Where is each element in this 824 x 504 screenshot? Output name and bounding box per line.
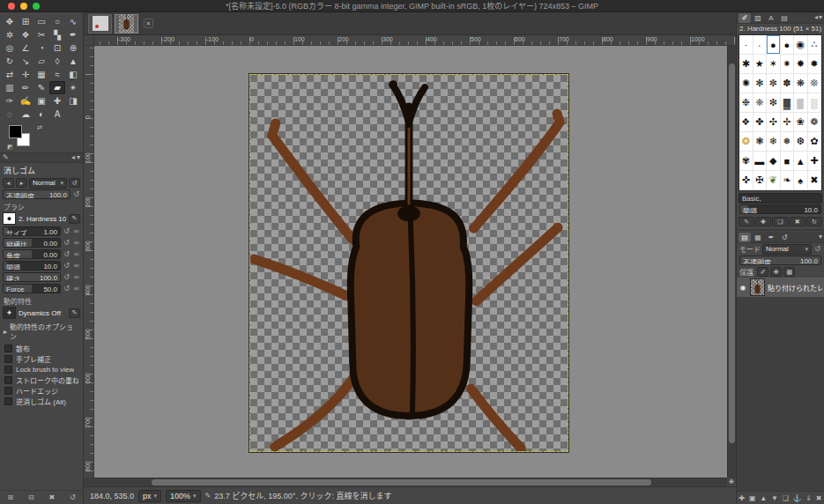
tool-select-by-color[interactable]: ❖ (18, 28, 33, 41)
tool-align[interactable]: ⊞ (18, 15, 33, 28)
tab-document-history[interactable]: ▤ (778, 13, 791, 23)
delete-layer-button[interactable]: ✖ (816, 494, 822, 502)
opacity-reset-icon[interactable]: ↺ (72, 190, 80, 198)
dynamics-preview[interactable]: ✦ (3, 307, 16, 319)
save-options-icon[interactable]: ⊞ (7, 493, 13, 501)
option-slider[interactable]: 角度 0.00 (3, 249, 61, 259)
brush-cell[interactable]: ✷ (781, 55, 795, 74)
tool-options-tab-icon[interactable]: ✎ (3, 154, 9, 161)
tab-paths[interactable]: ✒ (765, 233, 777, 242)
brush-cell[interactable]: ✹ (808, 55, 822, 74)
tool-option-checkbox[interactable]: ハードエッジ (0, 385, 83, 396)
chain-icon[interactable]: ∞ (72, 273, 80, 281)
layer-opacity-slider[interactable]: 不透明度 100.0 (739, 256, 821, 265)
brush-cell[interactable]: ✸ (794, 55, 808, 74)
lock-position-icon[interactable]: ✥ (770, 267, 782, 277)
close-window-button[interactable] (8, 3, 15, 10)
brush-cell[interactable]: ✚ (808, 152, 822, 171)
unit-select[interactable]: px ▾ (138, 490, 161, 502)
vertical-ruler[interactable]: 0100200300400500600700800 (84, 46, 94, 478)
navigation-preview-icon[interactable]: ✥ (727, 478, 736, 486)
chain-icon[interactable]: ∞ (72, 227, 80, 235)
layer-mode-select[interactable]: Normal ▾ (762, 244, 812, 255)
tool-mypaint-brush[interactable]: ✍ (18, 94, 33, 107)
raise-layer-button[interactable]: ▲ (760, 494, 767, 502)
brush-cell[interactable]: ▓ (781, 93, 795, 113)
tool-option-checkbox[interactable]: 逆消しゴム (Alt) (0, 396, 83, 406)
slider-reset-icon[interactable]: ↺ (63, 285, 71, 293)
tool-color-picker[interactable]: ◎ (2, 41, 18, 55)
brush-cell[interactable]: ✱ (739, 55, 753, 74)
tool-smudge[interactable]: ☁ (18, 107, 33, 121)
option-slider[interactable]: 間隔 10.0 (3, 261, 61, 271)
chain-icon[interactable]: ∞ (72, 285, 80, 293)
tool-scale[interactable]: ↘ (18, 55, 33, 68)
tool-dodge-burn[interactable]: ◐ (33, 107, 49, 121)
brush-cell[interactable]: ❈ (753, 93, 768, 113)
tool-clone[interactable]: ▣ (33, 94, 49, 107)
option-slider[interactable]: 縦横比 0.00 (3, 238, 61, 248)
dock-page-left-icon[interactable]: ◂ (814, 14, 818, 21)
tool-zoom[interactable]: ◔ (33, 41, 49, 55)
duplicate-layer-button[interactable]: ❏ (783, 494, 789, 502)
brush-cell[interactable]: ✤ (753, 113, 768, 132)
delete-brush-button[interactable]: ✖ (790, 217, 805, 226)
vertical-scrollbar[interactable] (727, 46, 736, 478)
tool-perspective-clone[interactable]: ◨ (65, 94, 81, 107)
dock-page-left-icon[interactable]: ◂ (71, 154, 75, 161)
mode-forward-icon[interactable]: ▸ (16, 178, 27, 188)
tool-pencil[interactable]: ✏ (18, 81, 33, 94)
dynamics-options-expander[interactable]: ▸ 動的特性のオプション (0, 320, 83, 343)
tool-paths[interactable]: ✒ (65, 28, 81, 41)
chain-icon[interactable]: ∞ (72, 239, 80, 247)
brush-cell[interactable]: ❦ (767, 171, 781, 190)
merge-layer-button[interactable]: ⇓ (805, 494, 812, 502)
tool-3d-transform[interactable]: ▲ (65, 55, 81, 68)
tool-paintbrush[interactable]: ✎ (33, 81, 49, 94)
tool-gradient[interactable]: ▥ (2, 81, 18, 94)
tool-free-select[interactable]: ∿ (65, 15, 81, 28)
tool-foreground-select[interactable]: ▚ (49, 28, 65, 41)
tool-bucket-fill[interactable]: ◧ (65, 68, 81, 81)
tool-option-checkbox[interactable]: Lock brush to view (0, 364, 83, 374)
brush-cell[interactable]: ❁ (808, 113, 822, 132)
tool-cage-transform[interactable]: ▦ (33, 68, 49, 81)
tab-brushes[interactable]: ✐ (739, 13, 751, 23)
tool-flip[interactable]: ⇄ (2, 68, 18, 81)
tab-close-icon[interactable]: ✕ (144, 19, 153, 28)
horizontal-scrollbar-thumb[interactable] (152, 479, 651, 485)
horizontal-scrollbar[interactable] (94, 478, 727, 486)
brush-cell[interactable]: ❃ (753, 132, 768, 152)
brush-cell[interactable]: ★ (753, 55, 768, 74)
edit-brush-button[interactable]: ✎ (739, 217, 754, 226)
brush-cell[interactable]: ❋ (794, 74, 808, 93)
option-slider[interactable]: サイズ 1.00 (3, 226, 61, 236)
brush-cell[interactable]: ● (767, 35, 781, 55)
tool-fuzzy-select[interactable]: ✲ (2, 28, 18, 41)
tab-patterns[interactable]: ▨ (752, 13, 764, 23)
image-tab-1[interactable] (88, 14, 112, 33)
mode-back-icon[interactable]: ◂ (3, 178, 14, 188)
brush-cell[interactable]: ❊ (808, 74, 822, 93)
image-tab-2-beetle[interactable] (115, 14, 138, 33)
brush-preview[interactable]: ● (3, 212, 16, 225)
zoom-select[interactable]: 100% ▾ (166, 490, 201, 502)
swap-colors-icon[interactable]: ⇄ (37, 124, 42, 131)
tool-rectangle-select[interactable]: ▭ (33, 15, 49, 28)
brush-tag-filter-input[interactable]: Basic, (739, 193, 822, 204)
brush-cell[interactable]: ✠ (753, 171, 768, 190)
new-layer-button[interactable]: ✚ (739, 494, 745, 502)
minimize-window-button[interactable] (20, 3, 27, 10)
lower-layer-button[interactable]: ▼ (771, 494, 778, 502)
layer-mode-reset-icon[interactable]: ↺ (813, 245, 821, 253)
brush-cell[interactable]: ✜ (739, 171, 753, 190)
checkbox-box[interactable] (4, 376, 12, 384)
brush-cell[interactable]: ▒ (794, 93, 808, 113)
horizontal-ruler[interactable]: -300-200-1000100200300400500600700800900… (94, 35, 736, 46)
brush-spacing-slider[interactable]: 間隔 10.0 (739, 204, 821, 214)
tool-option-checkbox[interactable]: ストローク中の重ね塗り (0, 374, 83, 385)
layer-visibility-eye-icon[interactable]: ◉ (739, 284, 747, 292)
lock-alpha-icon[interactable]: ▩ (783, 267, 795, 277)
duplicate-brush-button[interactable]: ❏ (772, 217, 788, 226)
tool-option-checkbox[interactable]: 散布 (0, 343, 83, 353)
